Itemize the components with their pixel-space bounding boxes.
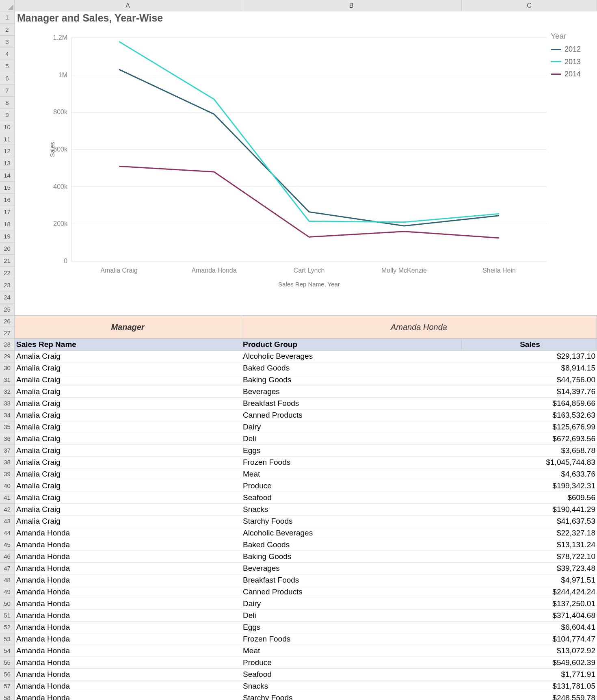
cell-rep[interactable]: Amalia Craig bbox=[15, 362, 241, 374]
row-header[interactable]: 18 bbox=[0, 218, 14, 230]
cell-rep[interactable]: Amanda Honda bbox=[15, 645, 241, 657]
cell-group[interactable]: Alcoholic Beverages bbox=[241, 351, 462, 362]
cell-rep[interactable]: Amalia Craig bbox=[15, 480, 241, 492]
cell-rep[interactable]: Amalia Craig bbox=[15, 351, 241, 362]
cell-sales[interactable]: $1,045,744.83 bbox=[462, 457, 597, 468]
cell-group[interactable]: Snacks bbox=[241, 680, 462, 692]
row-header[interactable]: 33 bbox=[0, 398, 14, 410]
column-header-b[interactable]: B bbox=[241, 0, 462, 11]
row-header[interactable]: 36 bbox=[0, 433, 14, 445]
row-header[interactable]: 47 bbox=[0, 563, 14, 574]
cell-sales[interactable]: $244,424.24 bbox=[462, 586, 597, 598]
row-header[interactable]: 48 bbox=[0, 574, 14, 586]
row-header[interactable]: 44 bbox=[0, 527, 14, 539]
cell-group[interactable]: Baked Goods bbox=[241, 539, 462, 550]
cell-sales[interactable]: $248,559.78 bbox=[462, 692, 597, 700]
cell-sales[interactable]: $163,532.63 bbox=[462, 410, 597, 421]
cell-group[interactable]: Baking Goods bbox=[241, 551, 462, 562]
cell-rep[interactable]: Amanda Honda bbox=[15, 633, 241, 645]
row-header[interactable]: 19 bbox=[0, 230, 14, 243]
cell-sales[interactable]: $1,771.91 bbox=[462, 669, 597, 680]
cell-sales[interactable]: $44,756.00 bbox=[462, 374, 597, 386]
row-header[interactable]: 38 bbox=[0, 457, 14, 468]
cell-rep[interactable]: Amanda Honda bbox=[15, 586, 241, 598]
cell-group[interactable]: Frozen Foods bbox=[241, 633, 462, 645]
table-row[interactable]: Amanda HondaSnacks$131,781.05 bbox=[15, 680, 597, 692]
cell-group[interactable]: Breakfast Foods bbox=[241, 398, 462, 409]
cell-group[interactable]: Canned Products bbox=[241, 410, 462, 421]
cell-rep[interactable]: Amalia Craig bbox=[15, 516, 241, 527]
cell-group[interactable]: Produce bbox=[241, 480, 462, 492]
table-row[interactable]: Amanda HondaDeli$371,404.68 bbox=[15, 610, 597, 622]
cell-sales[interactable]: $13,131.24 bbox=[462, 539, 597, 550]
row-header[interactable]: 4 bbox=[0, 48, 14, 60]
th-group[interactable]: Product Group bbox=[241, 339, 462, 350]
row-header[interactable]: 2 bbox=[0, 24, 14, 36]
cell-group[interactable]: Seafood bbox=[241, 492, 462, 503]
cell-group[interactable]: Baking Goods bbox=[241, 374, 462, 386]
legend-item[interactable]: 2013 bbox=[551, 56, 581, 68]
cell-rep[interactable]: Amalia Craig bbox=[15, 457, 241, 468]
cell-sales[interactable]: $4,971.51 bbox=[462, 574, 597, 586]
row-header[interactable]: 26 bbox=[0, 316, 14, 327]
row-header[interactable]: 58 bbox=[0, 692, 14, 700]
table-row[interactable]: Amanda HondaFrozen Foods$104,774.47 bbox=[15, 633, 597, 645]
row-header[interactable]: 52 bbox=[0, 622, 14, 633]
cell-sales[interactable]: $22,327.18 bbox=[462, 527, 597, 539]
row-header[interactable]: 1 bbox=[0, 11, 14, 24]
column-header-a[interactable]: A bbox=[15, 0, 241, 11]
table-row[interactable]: Amalia CraigDairy$125,676.99 bbox=[15, 421, 597, 433]
cell-group[interactable]: Meat bbox=[241, 468, 462, 480]
row-header[interactable]: 29 bbox=[0, 351, 14, 362]
row-header[interactable]: 49 bbox=[0, 586, 14, 598]
row-header[interactable]: 42 bbox=[0, 504, 14, 516]
cell-group[interactable]: Beverages bbox=[241, 563, 462, 574]
table-row[interactable]: Amalia CraigAlcoholic Beverages$29,137.1… bbox=[15, 351, 597, 362]
cell-rep[interactable]: Amanda Honda bbox=[15, 692, 241, 700]
cell-group[interactable]: Starchy Foods bbox=[241, 516, 462, 527]
table-row[interactable]: Amalia CraigBaked Goods$8,914.15 bbox=[15, 362, 597, 374]
row-header[interactable]: 7 bbox=[0, 85, 14, 97]
table-row[interactable]: Amalia CraigDeli$672,693.56 bbox=[15, 433, 597, 445]
cell-group[interactable]: Eggs bbox=[241, 445, 462, 456]
row-header[interactable]: 8 bbox=[0, 97, 14, 109]
table-row[interactable]: Amanda HondaBaked Goods$13,131.24 bbox=[15, 539, 597, 551]
row-header[interactable]: 25 bbox=[0, 303, 14, 316]
cell-sales[interactable]: $41,637.53 bbox=[462, 516, 597, 527]
table-row[interactable]: Amanda HondaCanned Products$244,424.24 bbox=[15, 586, 597, 598]
table-row[interactable]: Amanda HondaBreakfast Foods$4,971.51 bbox=[15, 574, 597, 586]
row-header[interactable]: 46 bbox=[0, 551, 14, 563]
cell-group[interactable]: Breakfast Foods bbox=[241, 574, 462, 586]
row-header[interactable]: 20 bbox=[0, 243, 14, 255]
row-header[interactable]: 45 bbox=[0, 539, 14, 551]
cell-group[interactable]: Deli bbox=[241, 610, 462, 621]
cell-sales[interactable]: $14,397.76 bbox=[462, 386, 597, 397]
table-row[interactable]: Amanda HondaEggs$6,604.41 bbox=[15, 622, 597, 633]
row-header[interactable]: 50 bbox=[0, 598, 14, 610]
cell-sales[interactable]: $137,250.01 bbox=[462, 598, 597, 609]
row-header[interactable]: 41 bbox=[0, 492, 14, 504]
row-header[interactable]: 24 bbox=[0, 291, 14, 303]
cell-sales[interactable]: $29,137.10 bbox=[462, 351, 597, 362]
row-header[interactable]: 21 bbox=[0, 255, 14, 267]
cell-rep[interactable]: Amalia Craig bbox=[15, 492, 241, 503]
cell-rep[interactable]: Amanda Honda bbox=[15, 563, 241, 574]
cell-rep[interactable]: Amalia Craig bbox=[15, 421, 241, 433]
cell-sales[interactable]: $131,781.05 bbox=[462, 680, 597, 692]
table-row[interactable]: Amalia CraigBeverages$14,397.76 bbox=[15, 386, 597, 398]
cell-rep[interactable]: Amalia Craig bbox=[15, 410, 241, 421]
row-header[interactable]: 5 bbox=[0, 60, 14, 72]
row-header[interactable]: 55 bbox=[0, 657, 14, 669]
table-row[interactable]: Amalia CraigBaking Goods$44,756.00 bbox=[15, 374, 597, 386]
cell-rep[interactable]: Amalia Craig bbox=[15, 433, 241, 444]
cell-rep[interactable]: Amanda Honda bbox=[15, 669, 241, 680]
cell-sales[interactable]: $39,723.48 bbox=[462, 563, 597, 574]
table-row[interactable]: Amalia CraigSeafood$609.56 bbox=[15, 492, 597, 504]
row-header[interactable]: 37 bbox=[0, 445, 14, 457]
row-header[interactable]: 35 bbox=[0, 421, 14, 433]
cell-rep[interactable]: Amanda Honda bbox=[15, 539, 241, 550]
table-row[interactable]: Amalia CraigStarchy Foods$41,637.53 bbox=[15, 516, 597, 527]
table-row[interactable]: Amanda HondaBaking Goods$78,722.10 bbox=[15, 551, 597, 563]
row-header[interactable]: 23 bbox=[0, 279, 14, 291]
manager-label-cell[interactable]: Manager bbox=[15, 316, 241, 338]
